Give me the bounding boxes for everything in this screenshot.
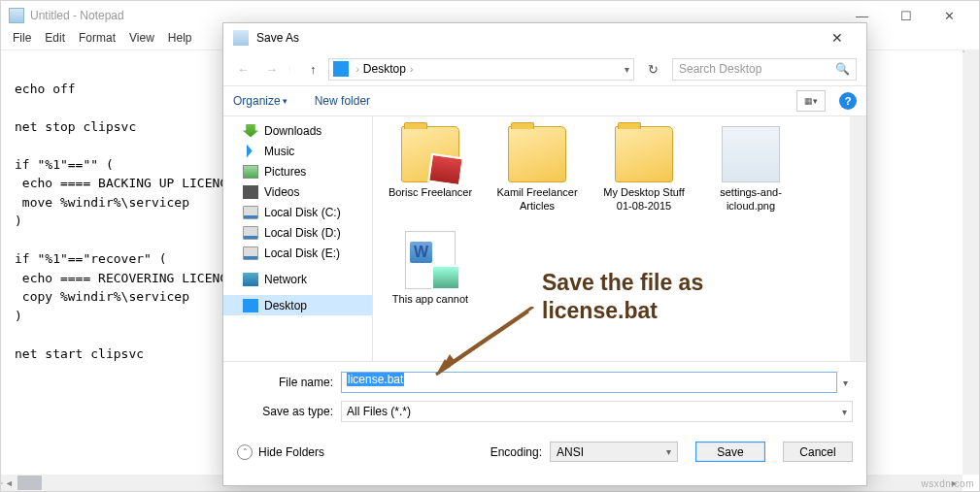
tree-item-desktop[interactable]: Desktop bbox=[223, 295, 372, 315]
desktop-icon bbox=[243, 299, 258, 312]
dialog-titlebar: Save As ✕ bbox=[223, 23, 866, 52]
tree-item-disk-c[interactable]: Local Disk (C:) bbox=[223, 202, 372, 222]
search-placeholder: Search Desktop bbox=[679, 62, 761, 76]
encoding-label: Encoding: bbox=[490, 445, 542, 459]
encoding-select[interactable]: ANSI▾ bbox=[550, 442, 678, 462]
view-options-button[interactable]: ▦ ▾ bbox=[796, 90, 826, 112]
file-item[interactable]: My Desktop Stuff 01-08-2015 bbox=[596, 126, 692, 213]
filename-label: File name: bbox=[237, 376, 341, 389]
menu-format[interactable]: Format bbox=[73, 30, 121, 49]
search-box[interactable]: Search Desktop 🔍 bbox=[672, 58, 857, 81]
notepad-icon bbox=[9, 8, 24, 23]
path-location[interactable]: Desktop bbox=[363, 62, 406, 76]
disk-icon bbox=[243, 206, 258, 219]
network-icon bbox=[243, 273, 258, 286]
nav-forward-button[interactable]: → bbox=[261, 60, 282, 79]
menu-view[interactable]: View bbox=[123, 30, 160, 49]
chevron-up-icon: ˄ bbox=[237, 444, 253, 460]
search-icon: 🔍 bbox=[835, 62, 850, 76]
cancel-button[interactable]: Cancel bbox=[783, 442, 853, 462]
help-button[interactable]: ? bbox=[839, 92, 857, 110]
filelist-scrollbar[interactable] bbox=[850, 116, 866, 361]
desktop-icon bbox=[333, 61, 349, 77]
music-icon bbox=[243, 145, 258, 158]
menu-file[interactable]: File bbox=[7, 30, 37, 49]
tree-item-disk-d[interactable]: Local Disk (D:) bbox=[223, 222, 372, 243]
save-as-dialog: Save As ✕ ← → ↑ › Desktop › ▾ ↻ Search D… bbox=[222, 22, 867, 486]
tree-item-disk-e[interactable]: Local Disk (E:) bbox=[223, 243, 372, 263]
menu-edit[interactable]: Edit bbox=[39, 30, 71, 49]
tree-item-videos[interactable]: Videos bbox=[223, 181, 372, 202]
download-icon bbox=[243, 124, 258, 138]
file-item[interactable]: Kamil Freelancer Articles bbox=[490, 126, 585, 213]
annotation-text: Save the file as license.bat bbox=[542, 269, 703, 325]
videos-icon bbox=[243, 185, 258, 199]
notepad-title: Untitled - Notepad bbox=[30, 9, 124, 22]
hide-folders-button[interactable]: ˄ Hide Folders bbox=[237, 444, 324, 460]
vertical-scrollbar[interactable] bbox=[963, 50, 979, 475]
nav-back-button[interactable]: ← bbox=[233, 60, 253, 79]
close-button[interactable]: ✕ bbox=[928, 2, 971, 30]
menu-help[interactable]: Help bbox=[162, 30, 198, 49]
pictures-icon bbox=[243, 165, 258, 179]
disk-icon bbox=[243, 226, 258, 240]
dialog-icon bbox=[233, 30, 249, 46]
tree-item-music[interactable]: Music bbox=[223, 141, 372, 161]
disk-icon bbox=[243, 246, 258, 260]
file-item[interactable]: Borisc Freelancer bbox=[383, 126, 478, 213]
address-bar[interactable]: › Desktop › ▾ bbox=[328, 58, 635, 81]
refresh-button[interactable]: ↻ bbox=[642, 58, 664, 81]
filename-input[interactable]: license.bat bbox=[341, 372, 837, 393]
navigation-tree: Downloads Music Pictures Videos Local Di… bbox=[223, 116, 373, 361]
savetype-label: Save as type: bbox=[237, 405, 341, 418]
tree-item-network[interactable]: Network bbox=[223, 269, 372, 289]
filename-dropdown-icon[interactable]: ▾ bbox=[837, 377, 853, 388]
tree-item-pictures[interactable]: Pictures bbox=[223, 161, 372, 181]
chevron-down-icon: ▾ bbox=[283, 96, 287, 106]
savetype-select[interactable]: All Files (*.*)▾ bbox=[341, 401, 853, 422]
save-button[interactable]: Save bbox=[695, 442, 765, 462]
path-dropdown-icon[interactable]: ▾ bbox=[625, 64, 629, 75]
file-item[interactable]: settings-and-icloud.png bbox=[703, 126, 798, 213]
watermark: wsxdn.com bbox=[921, 478, 974, 489]
file-item[interactable]: This app cannot bbox=[383, 231, 478, 307]
nav-up-button[interactable]: ↑ bbox=[306, 60, 321, 79]
maximize-button[interactable]: ☐ bbox=[884, 2, 928, 30]
dialog-close-button[interactable]: ✕ bbox=[818, 30, 857, 46]
tree-item-downloads[interactable]: Downloads bbox=[223, 120, 372, 141]
organize-button[interactable]: Organize ▾ bbox=[233, 94, 287, 108]
dialog-title: Save As bbox=[256, 31, 299, 45]
new-folder-button[interactable]: New folder bbox=[315, 94, 370, 108]
